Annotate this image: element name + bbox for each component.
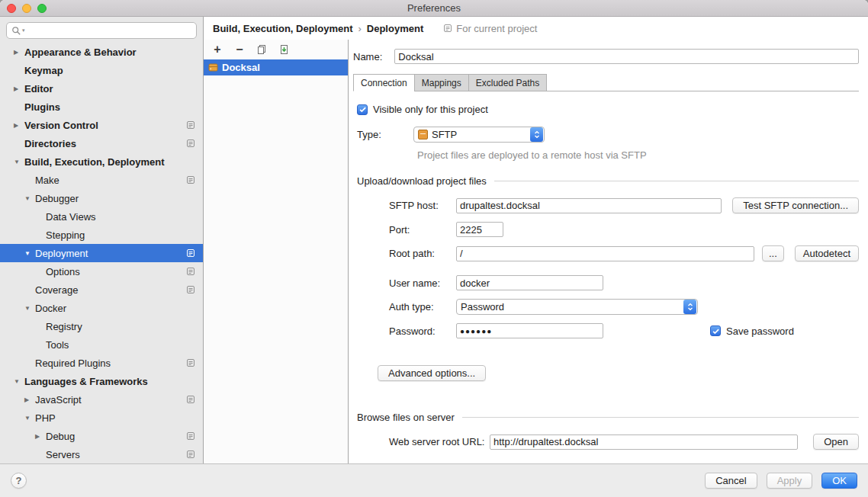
password-label: Password: [389,325,456,337]
dialog-footer: ? Cancel Apply OK [0,463,868,497]
web-root-input[interactable] [490,434,798,450]
password-input[interactable] [456,323,603,338]
sidebar-item-label: Debugger [35,193,79,204]
sftp-type-icon [418,130,428,139]
sidebar-item-debug[interactable]: ▶Debug [0,427,203,445]
sidebar-item-editor[interactable]: ▶Editor [0,79,203,98]
sidebar-item-keymap[interactable]: Keymap [0,61,203,79]
sidebar-item-label: Coverage [35,284,78,296]
tree-expand-icon[interactable]: ▶ [14,122,24,129]
web-root-label: Web server root URL: [389,436,490,447]
sidebar-item-label: Tools [46,339,69,351]
browse-root-path-button[interactable]: ... [762,245,784,261]
combo-stepper-icon [683,300,696,314]
combo-stepper-icon [530,127,543,142]
settings-search-box[interactable]: ▾ [6,22,197,39]
sidebar-item-label: Servers [46,449,80,460]
per-project-settings-icon [186,175,195,184]
sidebar-item-make[interactable]: Make [0,171,203,189]
root-path-label: Root path: [389,248,456,259]
sidebar-item-data-views[interactable]: Data Views [0,207,203,226]
cancel-button[interactable]: Cancel [705,473,757,489]
tree-expand-icon[interactable]: ▶ [14,49,24,56]
sidebar-item-build-execution-deployment[interactable]: ▼Build, Execution, Deployment [0,152,203,171]
sidebar-item-plugins[interactable]: Plugins [0,98,203,116]
sidebar-item-deployment[interactable]: ▼Deployment [0,244,203,262]
test-sftp-connection-button[interactable]: Test SFTP connection... [732,197,859,213]
visible-only-label: Visible only for this project [373,104,488,115]
sftp-host-input[interactable] [456,198,722,213]
sidebar-item-php[interactable]: ▼PHP [0,409,203,427]
tree-expand-icon[interactable]: ▶ [14,85,24,92]
preferences-window: Preferences ▾ ▶Appearance & BehaviorKeym… [0,0,868,497]
sidebar-item-servers[interactable]: Servers [0,445,203,463]
tab-connection[interactable]: Connection [353,74,415,91]
save-password-label: Save password [726,325,794,337]
per-project-settings-icon [186,267,195,276]
type-value: SFTP [432,129,530,140]
per-project-settings-icon [186,431,195,441]
save-password-checkbox[interactable] [710,325,721,336]
copy-server-button[interactable] [256,43,268,56]
sidebar-item-options[interactable]: Options [0,262,203,281]
user-name-label: User name: [389,277,456,289]
type-select[interactable]: SFTP [413,127,545,143]
sidebar-item-label: Plugins [24,101,60,113]
tree-collapse-icon[interactable]: ▼ [24,195,35,202]
open-url-button[interactable]: Open [813,434,859,450]
sidebar-item-registry[interactable]: Registry [0,317,203,335]
sidebar-item-coverage[interactable]: Coverage [0,281,203,299]
sidebar-item-tools[interactable]: Tools [0,335,203,354]
breadcrumb-parent[interactable]: Build, Execution, Deployment [213,23,352,34]
add-server-button[interactable]: + [211,43,223,56]
server-list-item-docksal[interactable]: Docksal [204,59,348,75]
advanced-options-button[interactable]: Advanced options... [378,365,486,381]
sidebar-item-label: PHP [35,412,56,424]
tab-mappings[interactable]: Mappings [414,74,469,91]
sidebar-item-label: Build, Execution, Deployment [24,156,164,168]
sidebar-item-javascript[interactable]: ▶JavaScript [0,390,203,409]
port-input[interactable] [456,222,503,237]
sidebar-item-required-plugins[interactable]: Required Plugins [0,354,203,372]
user-name-input[interactable] [456,275,603,290]
sidebar-item-label: Deployment [35,248,88,259]
help-button[interactable]: ? [11,473,27,489]
tree-collapse-icon[interactable]: ▼ [24,250,35,257]
tree-collapse-icon[interactable]: ▼ [14,378,24,385]
sidebar-item-stepping[interactable]: Stepping [0,226,203,244]
sidebar-item-version-control[interactable]: ▶Version Control [0,116,203,134]
search-options-caret-icon[interactable]: ▾ [22,27,25,34]
sidebar-item-directories[interactable]: Directories [0,134,203,152]
auth-type-select[interactable]: Password [456,299,698,315]
deployment-server-icon [208,63,218,72]
sidebar-item-debugger[interactable]: ▼Debugger [0,189,203,207]
sidebar-item-appearance-behavior[interactable]: ▶Appearance & Behavior [0,43,203,61]
tree-expand-icon[interactable]: ▶ [35,433,46,440]
import-server-button[interactable] [278,43,290,56]
tree-collapse-icon[interactable]: ▼ [24,415,35,422]
root-path-input[interactable] [456,246,754,261]
sidebar-item-label: Required Plugins [35,358,111,369]
sidebar-item-languages-frameworks[interactable]: ▼Languages & Frameworks [0,372,203,390]
settings-search-input[interactable] [28,24,191,37]
tree-expand-icon[interactable]: ▶ [24,396,35,403]
search-icon[interactable]: ▾ [11,26,25,36]
sidebar-item-label: Keymap [24,65,63,76]
breadcrumb: Build, Execution, Deployment › Deploymen… [204,17,868,40]
remove-server-button[interactable]: − [233,43,246,56]
tree-collapse-icon[interactable]: ▼ [24,305,35,312]
sidebar-item-label: Debug [46,431,75,442]
apply-button[interactable]: Apply [767,473,813,489]
tree-collapse-icon[interactable]: ▼ [14,159,24,165]
visible-only-checkbox[interactable] [357,104,368,115]
tab-excluded-paths[interactable]: Excluded Paths [468,74,547,91]
sidebar-item-label: Docker [35,303,66,314]
scope-label: For current project [443,23,537,34]
sidebar-item-label: Editor [24,83,53,95]
autodetect-button[interactable]: Autodetect [795,245,859,261]
type-hint: Project files are deployed to a remote h… [417,149,859,161]
ok-button[interactable]: OK [821,473,857,489]
sidebar-item-docker[interactable]: ▼Docker [0,299,203,317]
sidebar-item-label: Version Control [24,120,98,131]
name-input[interactable] [394,49,859,64]
